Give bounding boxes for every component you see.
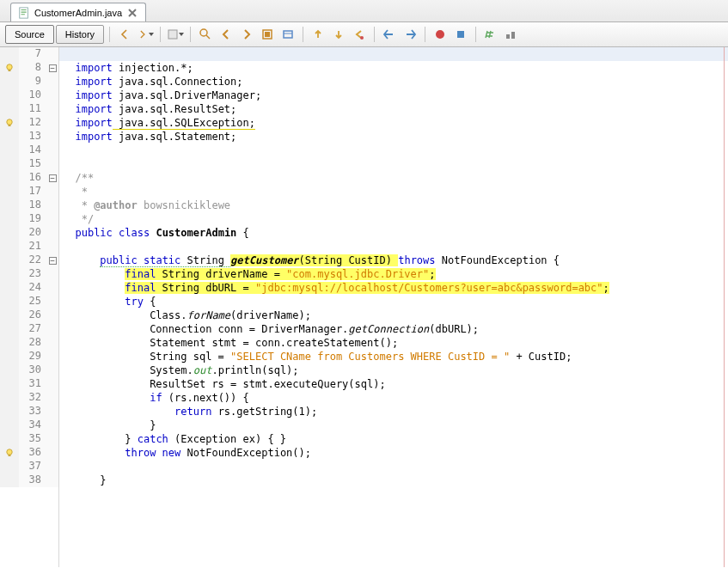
toolbar-separator — [303, 27, 303, 42]
line-number[interactable]: 24 — [19, 281, 46, 295]
gutter-icon-cell — [0, 253, 19, 267]
shift-left-button[interactable] — [380, 25, 399, 44]
code-area[interactable]: import injection.*; import java.sql.Conn… — [59, 47, 728, 567]
gutter-icon-cell — [0, 377, 19, 391]
gutter-icon-cell — [0, 185, 19, 198]
next-bookmark-button[interactable] — [329, 25, 348, 44]
toggle-dropdown-button[interactable] — [166, 25, 185, 44]
code-line: /** — [59, 171, 728, 185]
line-number[interactable]: 10 — [19, 89, 46, 102]
svg-rect-10 — [511, 32, 515, 39]
gutter-row: 35 — [0, 432, 58, 446]
svg-point-2 — [200, 29, 207, 36]
gutter-icon-cell — [0, 418, 19, 432]
svg-rect-14 — [9, 125, 11, 126]
lightbulb-icon — [4, 63, 15, 73]
line-number[interactable]: 14 — [19, 144, 46, 157]
toggle-highlight-button[interactable] — [258, 25, 277, 44]
code-line: import injection.*; — [59, 61, 728, 75]
line-number[interactable]: 34 — [19, 418, 46, 432]
gutter-row: 24 — [0, 281, 58, 295]
right-margin-line — [724, 47, 725, 567]
line-number[interactable]: 36 — [19, 446, 46, 460]
line-number[interactable]: 17 — [19, 185, 46, 198]
comment-button[interactable] — [481, 25, 500, 44]
fold-cell — [46, 75, 58, 89]
gutter-icon-cell — [0, 267, 19, 281]
fold-collapse-icon[interactable]: − — [49, 174, 57, 182]
line-number[interactable]: 8 — [19, 61, 46, 75]
line-number[interactable]: 23 — [19, 267, 46, 281]
code-line: } — [59, 473, 728, 487]
close-icon[interactable] — [126, 7, 138, 19]
svg-rect-0 — [20, 7, 28, 17]
gutter-row: 8− — [0, 61, 58, 75]
find-next-button[interactable] — [237, 25, 256, 44]
line-number[interactable]: 22 — [19, 253, 46, 267]
line-number[interactable]: 21 — [19, 240, 46, 253]
navigate-forward-button[interactable] — [136, 25, 155, 44]
code-line — [59, 240, 728, 253]
line-number[interactable]: 12 — [19, 116, 46, 130]
code-line: System.out.println(sql); — [59, 363, 728, 377]
gutter-icon-cell — [0, 116, 19, 130]
stop-macro-record-button[interactable] — [451, 25, 470, 44]
toolbar-separator — [475, 27, 476, 42]
line-number[interactable]: 15 — [19, 157, 46, 171]
line-number[interactable]: 38 — [19, 473, 46, 487]
line-number[interactable]: 35 — [19, 432, 46, 446]
svg-rect-1 — [168, 30, 177, 39]
gutter-row: 26 — [0, 308, 58, 322]
line-number[interactable]: 37 — [19, 460, 46, 473]
svg-point-11 — [7, 64, 12, 70]
gutter-row: 18 — [0, 198, 58, 212]
fold-cell — [46, 432, 58, 446]
editor-tabbar: CustomerAdmin.java — [0, 0, 728, 22]
line-number[interactable]: 9 — [19, 75, 46, 89]
fold-cell — [46, 391, 58, 405]
previous-bookmark-button[interactable] — [309, 25, 327, 44]
code-line: throw new NotFoundException(); — [59, 446, 728, 460]
line-number[interactable]: 11 — [19, 102, 46, 116]
previous-error-button[interactable] — [350, 25, 369, 44]
toggle-bookmark-button[interactable] — [278, 25, 297, 44]
uncomment-button[interactable] — [502, 25, 521, 44]
gutter-icon-cell — [0, 405, 19, 418]
line-number[interactable]: 27 — [19, 322, 46, 336]
shift-right-button[interactable] — [401, 25, 419, 44]
line-number[interactable]: 31 — [19, 377, 46, 391]
navigate-back-button[interactable] — [115, 25, 134, 44]
file-tab-customeradmin[interactable]: CustomerAdmin.java — [10, 3, 146, 21]
gutter-row: 34 — [0, 418, 58, 432]
fold-cell — [46, 144, 58, 157]
line-number[interactable]: 30 — [19, 363, 46, 377]
gutter-icon-cell — [0, 144, 19, 157]
line-number[interactable]: 20 — [19, 226, 46, 240]
fold-cell: − — [46, 171, 58, 185]
line-number[interactable]: 18 — [19, 198, 46, 212]
source-toggle[interactable]: Source — [5, 25, 54, 44]
line-number[interactable]: 7 — [19, 47, 46, 61]
line-number[interactable]: 29 — [19, 350, 46, 363]
fold-cell — [46, 130, 58, 144]
history-toggle[interactable]: History — [56, 25, 104, 44]
gutter-row: 20 — [0, 226, 58, 240]
fold-collapse-icon[interactable]: − — [49, 64, 57, 72]
line-number[interactable]: 28 — [19, 336, 46, 350]
find-previous-button[interactable] — [217, 25, 236, 44]
code-line: Statement stmt = conn.createStatement(); — [59, 336, 728, 350]
line-number[interactable]: 32 — [19, 391, 46, 405]
line-number[interactable]: 33 — [19, 405, 46, 418]
line-number[interactable]: 25 — [19, 295, 46, 308]
gutter-row: 16− — [0, 171, 58, 185]
gutter-row: 29 — [0, 350, 58, 363]
line-number[interactable]: 13 — [19, 130, 46, 144]
gutter-icon-cell — [0, 130, 19, 144]
start-macro-record-button[interactable] — [431, 25, 450, 44]
line-number[interactable]: 26 — [19, 308, 46, 322]
fold-collapse-icon[interactable]: − — [49, 257, 57, 265]
line-number[interactable]: 16 — [19, 171, 46, 185]
line-number[interactable]: 19 — [19, 212, 46, 226]
gutter-icon-cell — [0, 198, 19, 212]
find-selection-button[interactable] — [196, 25, 215, 44]
